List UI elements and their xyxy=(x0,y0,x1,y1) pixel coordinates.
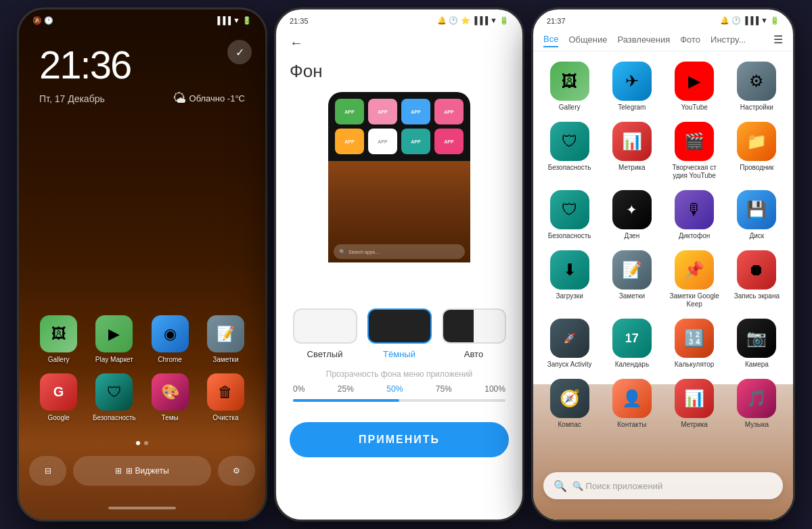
date-text: Пт, 17 Декабрь xyxy=(39,93,105,104)
p3-ystudio-icon: 🎬 xyxy=(675,122,714,161)
p3-app-contacts[interactable]: 👤 Контакты xyxy=(602,375,661,432)
gallery-icon: 🖼 xyxy=(40,315,77,352)
p3-security1-icon: 🛡 xyxy=(550,122,589,161)
transparency-slider[interactable] xyxy=(293,399,505,402)
app-notes[interactable]: 📝 Заметки xyxy=(203,315,248,363)
p3-app-recorder[interactable]: 🎙 Диктофон xyxy=(665,187,724,244)
p3-telegram-label: Telegram xyxy=(618,104,646,112)
p3-files-icon: 📁 xyxy=(737,122,776,161)
tab-tools[interactable]: Инстру... xyxy=(710,32,746,47)
theme-dark[interactable]: Тёмный xyxy=(367,308,432,359)
p3-activity-label: Запуск Activity xyxy=(547,361,592,369)
p3-app-zen[interactable]: ✦ Дзен xyxy=(602,187,661,244)
recents-button[interactable]: ⊟ xyxy=(29,456,66,486)
percent-row: 0% 25% 50% 75% 100% xyxy=(276,384,522,394)
pct-100: 100% xyxy=(484,384,505,394)
google-label: Google xyxy=(48,414,70,421)
p3-app-metrika2[interactable]: 📊 Метрика xyxy=(665,375,724,432)
p3-app-metrika1[interactable]: 📊 Метрика xyxy=(602,118,661,183)
theme-auto-button[interactable] xyxy=(442,308,506,344)
status-bar-3: 21:37 🔔 🕐 ▐▐▐ ▼ 🔋 xyxy=(533,9,793,28)
p3-app-security1[interactable]: 🛡 Безопасность xyxy=(540,118,599,183)
theme-light[interactable]: Светлый xyxy=(293,308,357,359)
wp-search-icon: 🔍 xyxy=(339,249,346,255)
p3-screenrec-icon: ⏺ xyxy=(737,250,776,290)
p3-recorder-label: Диктофон xyxy=(679,232,710,240)
wp-mini-icon-5: APP xyxy=(335,129,364,154)
p3-app-screenrec[interactable]: ⏺ Запись экрана xyxy=(727,247,786,312)
p3-app-memos[interactable]: 📝 Заметки xyxy=(602,247,661,312)
p3-status-icons: 🔔 🕐 ▐▐▐ ▼ 🔋 xyxy=(720,16,780,25)
app-playmarket[interactable]: ▶ Play Маркет xyxy=(91,315,137,363)
check-button[interactable]: ✓ xyxy=(227,40,252,64)
p3-disk-icon: 💾 xyxy=(737,190,776,229)
playmarket-icon: ▶ xyxy=(95,315,133,352)
p3-menu-icon[interactable]: ☰ xyxy=(773,33,783,46)
p3-app-music[interactable]: 🎵 Музыка xyxy=(727,375,786,432)
theme-auto[interactable]: Авто xyxy=(442,308,506,359)
theme-dark-button[interactable] xyxy=(367,308,432,344)
p3-app-youtube[interactable]: ▶ YouTube xyxy=(665,58,724,115)
tab-communication[interactable]: Общение xyxy=(568,32,607,47)
app-themes[interactable]: 🎨 Темы xyxy=(148,373,193,421)
p3-app-downloads[interactable]: ⬇ Загрузки xyxy=(540,247,599,312)
p3-app-calc[interactable]: 🔢 Калькулятор xyxy=(665,315,724,372)
notes-icon: 📝 xyxy=(207,315,244,352)
widgets-button[interactable]: ⊞ ⊞ Виджеты xyxy=(73,456,211,486)
p3-metrika2-label: Метрика xyxy=(681,421,708,429)
p3-app-ystudio[interactable]: 🎬 Творческая ст удия YouTube xyxy=(665,118,724,183)
notes-label: Заметки xyxy=(212,356,238,363)
p3-screenrec-label: Запись экрана xyxy=(734,292,780,300)
pct-75: 75% xyxy=(436,384,452,394)
settings-button[interactable]: ⚙ xyxy=(218,456,255,486)
p3-security2-label: Безопасность xyxy=(548,232,591,240)
p3-app-security2[interactable]: 🛡 Безопасность xyxy=(540,187,599,244)
wp-mini-icon-7: APP xyxy=(401,129,430,154)
weather-info: 🌤 Облачно -1°C xyxy=(173,91,245,106)
p3-search-bar[interactable]: 🔍 🔍 Поиск приложений xyxy=(543,472,783,499)
app-google[interactable]: G Google xyxy=(36,373,81,421)
page-dots xyxy=(136,441,148,445)
security-label: Безопасность xyxy=(93,414,136,421)
p3-category-tabs: Все Общение Развлечения Фото Инстру... ☰ xyxy=(533,28,793,51)
apply-button[interactable]: ПРИМЕНИТЬ xyxy=(290,422,509,457)
p3-app-camera[interactable]: 📷 Камера xyxy=(727,315,786,372)
wp-wallpaper-area: 🔍 Search apps... xyxy=(328,161,470,262)
app-cleaner[interactable]: 🗑 Очистка xyxy=(203,373,248,421)
p3-security2-icon: 🛡 xyxy=(550,190,589,229)
p3-app-gallery[interactable]: 🖼 Gallery xyxy=(540,58,599,115)
p3-music-icon: 🎵 xyxy=(737,379,776,418)
theme-options-row: Светлый Тёмный Авто xyxy=(276,295,522,363)
app-chrome[interactable]: ◉ Chrome xyxy=(148,315,193,363)
cleaner-label: Очистка xyxy=(212,414,238,421)
p3-app-activity[interactable]: 🚀 Запуск Activity xyxy=(540,315,599,372)
app-drawer-grid: 🖼 Gallery ✈ Telegram ▶ YouTube ⚙ Настрой… xyxy=(533,51,793,439)
app-security[interactable]: 🛡 Безопасность xyxy=(91,373,137,421)
p3-app-compass[interactable]: 🧭 Компас xyxy=(540,375,599,432)
status-right-icons: ▐▐▐ ▼ 🔋 xyxy=(215,16,252,25)
tab-all[interactable]: Все xyxy=(543,32,558,47)
app-gallery[interactable]: 🖼 Gallery xyxy=(36,315,81,363)
p3-app-calendar[interactable]: 17 Календарь xyxy=(602,315,661,372)
p3-metrika1-label: Метрика xyxy=(618,164,646,172)
p3-memos-label: Заметки xyxy=(619,292,645,300)
wp-mini-icon-8: APP xyxy=(434,129,464,154)
tab-entertainment[interactable]: Развлечения xyxy=(617,32,670,47)
p3-settings-label: Настройки xyxy=(740,104,773,112)
gear-icon: ⚙ xyxy=(233,466,240,476)
p3-app-files[interactable]: 📁 Проводник xyxy=(727,118,786,183)
theme-light-button[interactable] xyxy=(293,308,357,344)
tab-photo[interactable]: Фото xyxy=(680,32,700,47)
p3-app-telegram[interactable]: ✈ Telegram xyxy=(602,58,661,115)
weather-icon: 🌤 xyxy=(173,91,186,106)
p3-calc-label: Калькулятор xyxy=(675,361,715,369)
p3-app-settings[interactable]: ⚙ Настройки xyxy=(727,58,786,115)
chrome-label: Chrome xyxy=(158,356,182,363)
p3-gkeep-icon: 📌 xyxy=(675,250,714,290)
p3-settings-icon: ⚙ xyxy=(737,62,776,101)
widgets-label: ⊞ Виджеты xyxy=(126,466,168,476)
back-arrow-button[interactable]: ← xyxy=(290,35,303,51)
home-indicator[interactable] xyxy=(108,507,176,509)
p3-app-gkeep[interactable]: 📌 Заметки Google Keep xyxy=(665,247,724,312)
p3-app-disk[interactable]: 💾 Диск xyxy=(727,187,786,244)
